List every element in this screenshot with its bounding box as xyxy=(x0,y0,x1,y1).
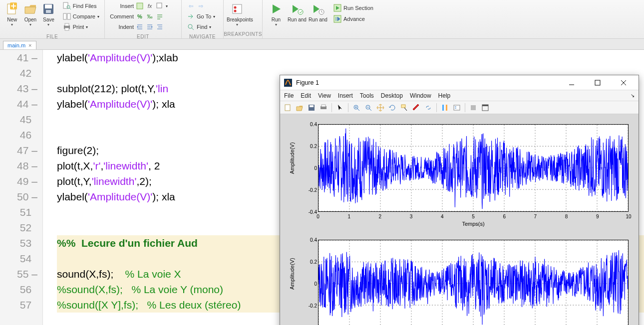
nav-arrows[interactable]: ⇦ ⇨ xyxy=(185,1,207,11)
wrap-comment-icon xyxy=(156,12,164,20)
svg-rect-23 xyxy=(595,80,600,85)
tb-print-icon[interactable] xyxy=(318,102,329,113)
menu-window[interactable]: Window xyxy=(410,92,431,99)
breakpoints-button[interactable]: Breakpoints ▾ xyxy=(227,1,248,27)
menu-desktop[interactable]: Desktop xyxy=(381,92,403,99)
compare-icon xyxy=(63,12,71,20)
back-icon: ⇦ xyxy=(187,2,195,10)
insert-fx-icon: fx xyxy=(146,2,154,10)
group-title-navigate: NAVIGATE xyxy=(182,33,223,41)
line-gutter: 41–42 43–44–45 46 47–48–49–50–51 52 53 5… xyxy=(0,50,43,325)
advance-icon xyxy=(333,15,341,23)
figure-titlebar[interactable]: Figure 1 xyxy=(280,75,639,90)
comment-button[interactable]: Comment % ‰ xyxy=(108,11,166,21)
menu-file[interactable]: File xyxy=(284,92,294,99)
tb-link-icon[interactable] xyxy=(423,102,434,113)
tb-dock-icon[interactable] xyxy=(480,102,491,113)
tb-zoomin-icon[interactable] xyxy=(351,102,362,113)
run-time-icon xyxy=(311,2,325,16)
dropdown-icon: ▾ xyxy=(213,14,215,19)
svg-point-14 xyxy=(188,24,192,28)
tb-datacursor-icon[interactable] xyxy=(399,102,410,113)
svg-rect-31 xyxy=(401,105,405,108)
open-folder-icon xyxy=(23,2,37,16)
breakpoints-icon xyxy=(230,2,244,16)
figure-window[interactable]: Figure 1 File Edit View Insert Tools Des… xyxy=(280,75,639,325)
svg-rect-15 xyxy=(233,4,242,13)
svg-rect-3 xyxy=(45,4,52,8)
run-button[interactable]: Run ▾ xyxy=(266,1,287,27)
figure-toolbar xyxy=(280,101,639,114)
dropdown-icon: ▾ xyxy=(21,22,40,27)
tab-close-icon[interactable]: × xyxy=(28,42,31,48)
toolstrip-group-edit: Insert fx ▾ Comment % ‰ Indent EDIT xyxy=(105,0,182,38)
tb-brush-icon[interactable] xyxy=(411,102,422,113)
insert-more-icon xyxy=(156,2,164,10)
tb-rotate-icon[interactable] xyxy=(387,102,398,113)
find-files-icon xyxy=(63,2,71,10)
dropdown-icon: ▾ xyxy=(266,22,287,27)
compare-button[interactable]: Compare ▾ xyxy=(61,11,101,21)
tb-save-icon[interactable] xyxy=(306,102,317,113)
dropdown-icon: ▾ xyxy=(209,25,211,29)
toolstrip: New ▾ Open ▾ Save ▾ Find Files xyxy=(0,0,644,39)
run-section-button[interactable]: Run Section xyxy=(331,3,375,13)
goto-icon xyxy=(187,12,195,20)
tb-colorbar-icon[interactable] xyxy=(439,102,450,113)
svg-rect-12 xyxy=(137,3,143,9)
tb-pointer-icon[interactable] xyxy=(334,102,345,113)
group-title-file: FILE xyxy=(0,33,104,41)
print-button[interactable]: Print ▾ xyxy=(61,22,101,32)
svg-rect-28 xyxy=(322,105,325,107)
svg-rect-37 xyxy=(482,105,488,106)
menu-view[interactable]: View xyxy=(318,92,331,99)
svg-rect-24 xyxy=(285,105,290,111)
axes-1[interactable]: Amplitude(V)Temps(s)-0.4-0.200.20.401234… xyxy=(291,121,632,227)
indent-button[interactable]: Indent xyxy=(108,22,166,32)
minimize-button[interactable] xyxy=(561,76,583,90)
goto-button[interactable]: Go To ▾ xyxy=(185,11,217,21)
new-button[interactable]: New ▾ xyxy=(3,1,21,27)
svg-rect-8 xyxy=(67,13,70,19)
run-advance-icon xyxy=(290,2,304,16)
tb-legend-icon[interactable] xyxy=(451,102,462,113)
menu-chevron-icon[interactable]: ↘ xyxy=(631,93,635,98)
close-button[interactable] xyxy=(613,76,635,90)
run-and-time-button[interactable]: Run and xyxy=(308,1,328,22)
run-icon xyxy=(269,2,283,16)
tab-main[interactable]: main.m × xyxy=(3,41,36,49)
tab-label: main.m xyxy=(7,42,25,48)
run-and-advance-button[interactable]: Run and xyxy=(287,1,308,22)
menu-edit[interactable]: Edit xyxy=(301,92,311,99)
axes-2[interactable]: Amplitude(V)Temps(s)-0.4-0.200.20.401234… xyxy=(291,237,632,325)
find-files-button[interactable]: Find Files xyxy=(61,1,101,11)
tb-zoomout-icon[interactable] xyxy=(363,102,374,113)
tb-open-icon[interactable] xyxy=(294,102,305,113)
maximize-button[interactable] xyxy=(587,76,609,90)
toolstrip-group-navigate: ⇦ ⇨ Go To ▾ Find ▾ NAVIGATE xyxy=(182,0,224,38)
svg-point-16 xyxy=(234,6,237,9)
smart-indent-icon xyxy=(156,23,164,31)
open-button[interactable]: Open ▾ xyxy=(21,1,40,27)
figure-canvas: Amplitude(V)Temps(s)-0.4-0.200.20.401234… xyxy=(280,114,639,325)
find-button[interactable]: Find ▾ xyxy=(185,22,213,32)
code-editor[interactable]: 41–42 43–44–45 46 47–48–49–50–51 52 53 5… xyxy=(0,50,644,325)
forward-icon: ⇨ xyxy=(197,2,205,10)
tb-pan-icon[interactable] xyxy=(375,102,386,113)
save-button[interactable]: Save ▾ xyxy=(39,1,58,27)
tb-new-icon[interactable] xyxy=(282,102,293,113)
advance-button[interactable]: Advance xyxy=(331,14,375,24)
outdent-icon xyxy=(146,23,154,31)
menu-insert[interactable]: Insert xyxy=(338,92,353,99)
svg-rect-35 xyxy=(471,105,476,110)
figure-title-text: Figure 1 xyxy=(296,79,319,86)
dropdown-icon: ▾ xyxy=(227,22,248,27)
tb-hide-icon[interactable] xyxy=(468,102,479,113)
menu-tools[interactable]: Tools xyxy=(360,92,374,99)
svg-rect-33 xyxy=(446,105,447,111)
svg-rect-32 xyxy=(442,105,444,111)
insert-button[interactable]: Insert fx ▾ xyxy=(108,1,170,11)
menu-help[interactable]: Help xyxy=(438,92,451,99)
toolstrip-group-run: Run ▾ Run and Run and Run Section Advanc… xyxy=(263,0,644,38)
svg-rect-34 xyxy=(454,105,460,110)
